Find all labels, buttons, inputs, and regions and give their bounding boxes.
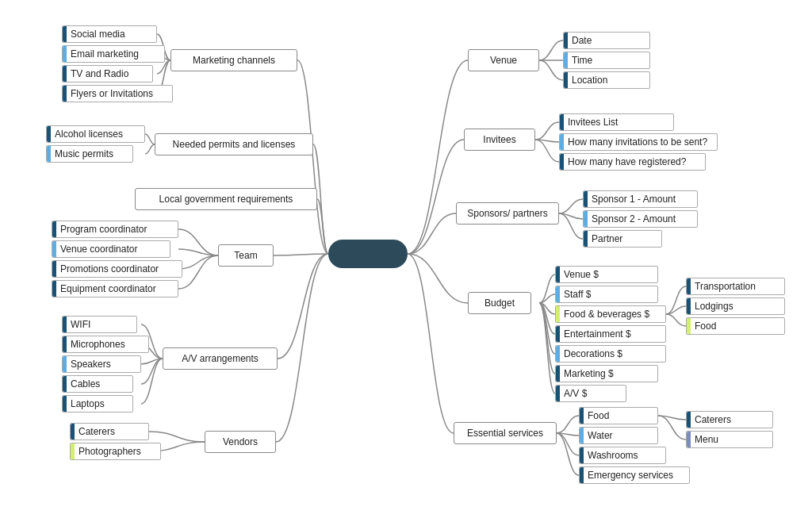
cat-venue[interactable]: Venue	[468, 49, 539, 71]
center-node	[328, 240, 408, 268]
cat-team[interactable]: Team	[218, 244, 274, 267]
sub-microphones: Microphones	[62, 336, 149, 353]
sub-food-budget: Food	[686, 317, 785, 335]
sub-staff-dollar: Staff $	[555, 286, 658, 303]
sub-laptops: Laptops	[62, 395, 133, 413]
sub-venue-dollar: Venue $	[555, 266, 658, 283]
sub-partner: Partner	[583, 230, 662, 248]
sub-registered: How many have registered?	[559, 153, 706, 171]
sub-music: Music permits	[46, 145, 133, 163]
cat-invitees[interactable]: Invitees	[464, 129, 535, 151]
sub-av-dollar: A/V $	[555, 385, 626, 402]
sub-entertainment-dollar: Entertainment $	[555, 325, 666, 343]
sub-sponsor2: Sponsor 2 - Amount	[583, 210, 698, 228]
sub-time: Time	[563, 52, 650, 69]
cat-localgovt[interactable]: Local government requirements	[135, 188, 317, 210]
sub-promotions-coord: Promotions coordinator	[52, 260, 182, 278]
sub-social-media: Social media	[62, 25, 157, 43]
sub-location: Location	[563, 71, 650, 89]
sub-washrooms: Washrooms	[579, 447, 666, 464]
sub-emergency: Emergency services	[579, 466, 690, 484]
sub-equipment-coord: Equipment coordinator	[52, 280, 178, 297]
sub-invitees-list: Invitees List	[559, 113, 674, 131]
cat-permits[interactable]: Needed permits and licenses	[155, 133, 313, 155]
sub-venue-coord: Venue coordinator	[52, 240, 170, 258]
sub-lodgings: Lodgings	[686, 297, 785, 315]
sub-caterers-vendors: Caterers	[70, 423, 149, 440]
cat-essential[interactable]: Essential services	[454, 422, 557, 444]
sub-food-bev-dollar: Food & beverages $	[555, 305, 666, 323]
sub-program-coord: Program coordinator	[52, 221, 178, 238]
sub-food-essential: Food	[579, 407, 658, 424]
sub-flyers: Flyers or Invitations	[62, 85, 173, 102]
sub-caterers-essential: Caterers	[686, 411, 773, 428]
sub-transportation: Transportation	[686, 278, 785, 295]
sub-sponsor1: Sponsor 1 - Amount	[583, 190, 698, 208]
cat-sponsors[interactable]: Sponsors/ partners	[456, 202, 559, 225]
sub-menu: Menu	[686, 431, 773, 448]
sub-photographers: Photographers	[70, 443, 161, 460]
cat-budget[interactable]: Budget	[468, 292, 531, 314]
cat-marketing[interactable]: Marketing channels	[170, 49, 297, 71]
sub-invitations: How many invitations to be sent?	[559, 133, 718, 151]
sub-wifi: WIFI	[62, 316, 137, 333]
sub-tv-radio: TV and Radio	[62, 65, 153, 83]
sub-cables: Cables	[62, 375, 133, 393]
sub-email-marketing: Email marketing	[62, 45, 165, 63]
cat-vendors[interactable]: Vendors	[205, 431, 276, 453]
sub-water: Water	[579, 427, 658, 444]
sub-speakers: Speakers	[62, 355, 141, 373]
sub-marketing-dollar: Marketing $	[555, 365, 658, 382]
cat-av[interactable]: A/V arrangements	[163, 347, 278, 370]
sub-alcohol: Alcohol licenses	[46, 125, 145, 143]
sub-decorations-dollar: Decorations $	[555, 345, 666, 363]
sub-date: Date	[563, 32, 650, 49]
